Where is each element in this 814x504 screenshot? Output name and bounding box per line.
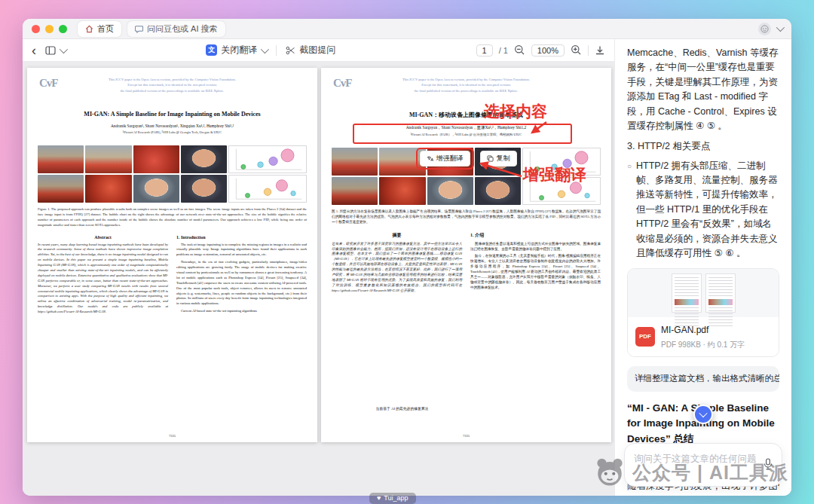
cvf-logo: CvF [39, 77, 58, 90]
answer-list-item: 3. HTTP/2 相关要点 [627, 139, 779, 154]
chevron-down-icon[interactable] [776, 23, 785, 32]
home-icon [85, 25, 93, 33]
figure-image [181, 145, 227, 173]
answer-sub-bullet: ○ HTTP/2 拥有头部压缩、二进制帧、多路复用、流量控制、服务器推送等新特性… [627, 159, 779, 261]
assistant-avatar[interactable] [758, 23, 771, 35]
translate-toggle-label: 关闭翻译 [221, 44, 257, 57]
cvf-logo: CvF [333, 77, 352, 90]
robot-icon [760, 25, 769, 33]
zoom-level[interactable]: 100% [531, 44, 565, 57]
figure-image [133, 175, 179, 203]
paper-authors: Andranik Sargsyan¹, Shant Navasardyan¹, … [38, 124, 307, 128]
figure-image [332, 148, 378, 176]
tab-bar: 首页 问问豆包或 AI 搜索 [23, 19, 791, 39]
figure-1 [38, 145, 307, 203]
pdf-thumb-page [705, 273, 736, 313]
figure-image [38, 175, 84, 203]
figure-image [332, 177, 378, 205]
sidebar-toggle-button[interactable] [45, 46, 66, 55]
pdf-meta: PDF 998KB · 约 0.1 万字 [661, 339, 745, 351]
pdf-attachment-card[interactable]: PDF MI-GAN.pdf PDF 998KB · 约 0.1 万字 [627, 268, 779, 357]
pdf-canvas: CvF This ICCV paper is the Open Access v… [23, 62, 614, 496]
chevron-down-icon [261, 44, 269, 53]
scissors-icon [286, 46, 295, 55]
copy-label: 复制 [497, 154, 510, 163]
tab-search[interactable]: 问问豆包或 AI 搜索 [127, 21, 225, 37]
figure-image [38, 145, 84, 173]
annotation-select-content: 选择内容 [484, 101, 547, 122]
open-access-watermark: This ICCV paper is the Open Access versi… [332, 75, 601, 93]
answer-paragraph: Memcache、Redis、Varnish 等缓存服务，在“中间一公里”缓存也… [627, 46, 779, 133]
chat-bubble-icon [135, 25, 143, 33]
figure-caption-zh: 图 1. 所提出的方法在复杂场景图像以及人脸图像上都能产生合理的结果。场景图像输… [332, 209, 601, 225]
browser-window: 首页 问问豆包或 AI 搜索 ‹ [23, 19, 791, 496]
figure-image [379, 177, 425, 205]
abstract-heading-zh: 摘要 [332, 232, 462, 239]
introduction-text: The task of image inpainting is to compl… [176, 243, 307, 315]
annotation-enhance-translate: 增强翻译 [523, 164, 586, 185]
pdf-page-chinese[interactable]: CvF This ICCV paper is the Open Access v… [321, 68, 611, 442]
screenshot-ask-button[interactable]: 截图提问 [286, 44, 335, 57]
paper-affiliations: ¹Picsart AI Research (PAIR), ²SHI Labs @… [38, 130, 307, 134]
translate-toggle-button[interactable]: 文 关闭翻译 [206, 44, 267, 57]
chat-input[interactable] [634, 454, 757, 464]
close-button[interactable] [32, 25, 40, 33]
pdf-thumbnail [628, 269, 779, 317]
figure-image [181, 175, 227, 203]
chat-input-box[interactable] [624, 443, 782, 487]
tab-search-label: 问问豆包或 AI 搜索 [147, 23, 218, 35]
frame-badge-label: Tui_app [384, 494, 408, 502]
toolbar-divider [588, 45, 589, 56]
enhance-annotation-box: 增强翻译 [416, 148, 474, 170]
pdf-icon: PDF [635, 327, 655, 347]
abstract-text-zh: 近年来，研究界开发了许多基于深度学习的图像修复方法。其中一些方法显示出令人印象深… [332, 242, 462, 294]
page-number: 7335 [321, 434, 611, 438]
user-message-bubble: 详细整理这篇文档，输出格式清晰的总结 [627, 366, 779, 392]
figure-image [133, 145, 179, 173]
abstract-heading: Abstract [38, 235, 168, 240]
toolbar-divider [276, 45, 277, 56]
scroll-to-bottom-button[interactable] [693, 405, 713, 424]
zoom-in-button[interactable] [571, 44, 582, 56]
heart-icon: ♥ [377, 494, 381, 502]
ai-chat-sidebar: Memcache、Redis、Varnish 等缓存服务，在“中间一公里”缓存也… [614, 39, 791, 496]
zoom-out-button[interactable] [514, 44, 525, 56]
figure-image [85, 145, 131, 173]
introduction-heading: 1. Introduction [176, 235, 307, 240]
chat-history: Memcache、Redis、Varnish 等缓存服务，在“中间一公里”缓存也… [615, 39, 791, 496]
download-button[interactable] [595, 45, 605, 56]
introduction-heading-zh: 1. 介绍 [470, 232, 601, 239]
introduction-text-zh: 图像修复的任务是以逼真和视觉上可信的方式补全图像中缺失的区域。图像修复算法已经在… [470, 242, 601, 291]
minimize-button[interactable] [45, 25, 54, 33]
pdf-viewer: ‹ 文 关闭翻译 截图提问 [23, 39, 614, 496]
screenshot-ask-label: 截图提问 [299, 44, 335, 57]
maximize-button[interactable] [59, 25, 67, 33]
back-button[interactable]: ‹ [32, 44, 36, 57]
page-number-input[interactable]: 1 [476, 44, 493, 57]
selection-popup: 增强翻译 复制 [416, 148, 517, 170]
paper-title: MI-GAN: A Simple Baseline for Image Inpa… [38, 111, 307, 118]
open-access-watermark: This ICCV paper is the Open Access versi… [38, 75, 307, 93]
paper-title-zh: MI-GAN：移动设备上图像修复的简单基线 [332, 111, 601, 119]
bubble-chart [228, 175, 307, 203]
pdf-page-english[interactable]: CvF This ICCV paper is the Open Access v… [27, 68, 317, 442]
frame-badge: ♥ Tui_app [369, 493, 416, 504]
enhance-translate-icon [427, 155, 433, 162]
figure-image [427, 177, 473, 205]
tab-home-label: 首页 [97, 23, 114, 35]
translate-icon: 文 [206, 44, 217, 56]
figure-image [475, 177, 521, 205]
enhance-translate-button[interactable]: 增强翻译 [420, 151, 470, 166]
page-number: 7335 [27, 434, 317, 438]
introduction-continued: 当前基于 AI 的最先进的修复算法 [321, 406, 483, 411]
copy-button[interactable]: 复制 [480, 151, 517, 166]
pdf-filename: MI-GAN.pdf [661, 323, 745, 338]
bullet-icon: ○ [627, 159, 632, 261]
bubble-chart [228, 145, 307, 173]
figure-image [85, 175, 131, 203]
tab-home[interactable]: 首页 [78, 21, 121, 37]
page-total-label: / 1 [499, 46, 508, 55]
figure-caption: Figure 1. The proposed approach can prod… [38, 207, 307, 228]
microphone-icon[interactable] [763, 458, 773, 470]
abstract-text: In recent years, many deep learning base… [38, 243, 168, 315]
